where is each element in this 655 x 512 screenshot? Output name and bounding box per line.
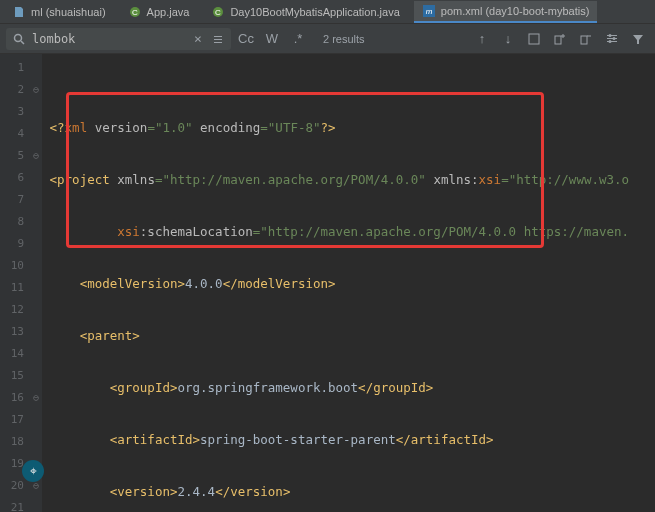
- svg-rect-10: [214, 42, 222, 43]
- match-case-button[interactable]: Cc: [235, 28, 257, 50]
- reader-mode-icon: ⌖: [30, 464, 37, 478]
- tab-label: pom.xml (day10-boot-mybatis): [441, 5, 590, 17]
- tab-label: App.java: [147, 6, 190, 18]
- svg-text:m: m: [425, 7, 432, 16]
- tab-app-java[interactable]: C App.java: [120, 1, 198, 23]
- editor-tabs: ml (shuaishuai) C App.java C Day10BootMy…: [0, 0, 655, 24]
- tab-label: Day10BootMybatisApplication.java: [230, 6, 399, 18]
- fold-icon[interactable]: ⊖: [33, 387, 39, 409]
- tab-pom-xml[interactable]: m pom.xml (day10-boot-mybatis): [414, 1, 598, 23]
- code-content[interactable]: <?xml version="1.0" encoding="UTF-8"?> <…: [42, 54, 655, 512]
- xml-file-icon: [12, 5, 26, 19]
- find-toolbar: × Cc W .* 2 results ↑ ↓: [0, 24, 655, 54]
- reader-mode-button[interactable]: ⌖: [22, 460, 44, 482]
- svg-rect-12: [555, 36, 561, 44]
- prev-match-button[interactable]: ↑: [471, 28, 493, 50]
- java-class-icon: C: [128, 5, 142, 19]
- svg-point-20: [609, 34, 612, 37]
- settings-button[interactable]: [601, 28, 623, 50]
- search-history-icon[interactable]: [211, 32, 225, 46]
- svg-point-22: [609, 40, 612, 43]
- maven-icon: m: [422, 4, 436, 18]
- next-match-button[interactable]: ↓: [497, 28, 519, 50]
- svg-rect-15: [581, 36, 587, 44]
- whole-word-button[interactable]: W: [261, 28, 283, 50]
- remove-selection-button[interactable]: [575, 28, 597, 50]
- svg-rect-11: [529, 34, 539, 44]
- search-results-count: 2 results: [313, 33, 375, 45]
- filter-button[interactable]: [627, 28, 649, 50]
- svg-point-6: [15, 34, 22, 41]
- fold-icon[interactable]: ⊖: [33, 145, 39, 167]
- clear-search-icon[interactable]: ×: [191, 32, 205, 46]
- tab-xml[interactable]: ml (shuaishuai): [4, 1, 114, 23]
- add-selection-button[interactable]: [549, 28, 571, 50]
- search-icon: [12, 32, 26, 46]
- select-all-occurrences-button[interactable]: [523, 28, 545, 50]
- svg-text:C: C: [132, 8, 138, 17]
- fold-icon[interactable]: ⊖: [33, 79, 39, 101]
- tab-label: ml (shuaishuai): [31, 6, 106, 18]
- svg-rect-8: [214, 36, 222, 37]
- regex-button[interactable]: .*: [287, 28, 309, 50]
- svg-point-21: [613, 37, 616, 40]
- tab-day10-application[interactable]: C Day10BootMybatisApplication.java: [203, 1, 407, 23]
- line-gutter: 1234 5678 9101112 13141516 17181920 21 ⊖…: [0, 54, 42, 512]
- search-input[interactable]: [32, 32, 185, 46]
- svg-rect-9: [214, 39, 222, 40]
- svg-line-7: [21, 41, 24, 44]
- code-editor[interactable]: 1234 5678 9101112 13141516 17181920 21 ⊖…: [0, 54, 655, 512]
- svg-text:C: C: [216, 8, 222, 17]
- search-box[interactable]: ×: [6, 28, 231, 50]
- java-class-icon: C: [211, 5, 225, 19]
